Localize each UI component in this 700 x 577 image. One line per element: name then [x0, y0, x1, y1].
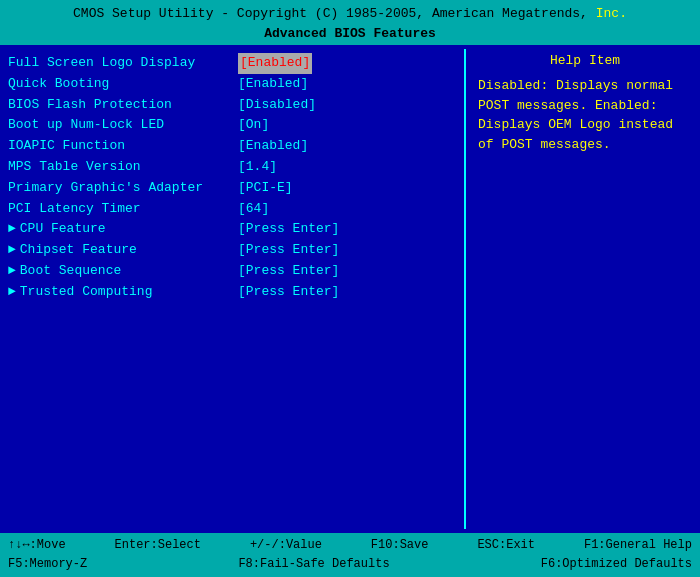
header: CMOS Setup Utility - Copyright (C) 1985-… — [0, 0, 700, 45]
setting-name-11: ►Trusted Computing — [8, 282, 238, 303]
setting-value-1: [Enabled] — [238, 74, 308, 95]
setting-name-0: Full Screen Logo Display — [8, 53, 238, 74]
setting-value-3: [On] — [238, 115, 269, 136]
setting-name-2: BIOS Flash Protection — [8, 95, 238, 116]
setting-value-6: [PCI-E] — [238, 178, 293, 199]
setting-name-10: ►Boot Sequence — [8, 261, 238, 282]
help-text: Disabled: Displays normal POST messages.… — [478, 76, 692, 154]
settings-panel: Full Screen Logo Display[Enabled]Quick B… — [0, 49, 460, 529]
footer-row2: F5:Memory-ZF8:Fail-Safe DefaultsF6:Optim… — [8, 555, 692, 574]
title-highlight: Inc. — [596, 6, 627, 21]
setting-name-3: Boot up Num-Lock LED — [8, 115, 238, 136]
setting-name-1: Quick Booting — [8, 74, 238, 95]
setting-value-0: [Enabled] — [238, 53, 312, 74]
divider — [464, 49, 466, 529]
setting-value-4: [Enabled] — [238, 136, 308, 157]
footer-row1: ↑↓↔:MoveEnter:Select+/-/:ValueF10:SaveES… — [8, 536, 692, 555]
setting-name-5: MPS Table Version — [8, 157, 238, 178]
setting-value-9: [Press Enter] — [238, 240, 339, 261]
setting-row-11[interactable]: ►Trusted Computing[Press Enter] — [8, 282, 452, 303]
setting-value-5: [1.4] — [238, 157, 277, 178]
footer-item-r1-2: +/-/:Value — [250, 536, 322, 555]
setting-row-5[interactable]: MPS Table Version[1.4] — [8, 157, 452, 178]
setting-value-11: [Press Enter] — [238, 282, 339, 303]
setting-row-7[interactable]: PCI Latency Timer[64] — [8, 199, 452, 220]
app: CMOS Setup Utility - Copyright (C) 1985-… — [0, 0, 700, 577]
setting-row-8[interactable]: ►CPU Feature[Press Enter] — [8, 219, 452, 240]
setting-row-0[interactable]: Full Screen Logo Display[Enabled] — [8, 53, 452, 74]
setting-value-8: [Press Enter] — [238, 219, 339, 240]
arrow-icon: ► — [8, 284, 16, 299]
setting-value-2: [Disabled] — [238, 95, 316, 116]
title-prefix: CMOS Setup Utility - Copyright (C) 1985-… — [73, 6, 588, 21]
help-panel: Help Item Disabled: Displays normal POST… — [470, 49, 700, 529]
setting-value-7: [64] — [238, 199, 269, 220]
setting-value-10: [Press Enter] — [238, 261, 339, 282]
setting-row-10[interactable]: ►Boot Sequence[Press Enter] — [8, 261, 452, 282]
setting-name-4: IOAPIC Function — [8, 136, 238, 157]
footer-item-r1-0: ↑↓↔:Move — [8, 536, 66, 555]
setting-name-8: ►CPU Feature — [8, 219, 238, 240]
arrow-icon: ► — [8, 263, 16, 278]
arrow-icon: ► — [8, 242, 16, 257]
setting-row-1[interactable]: Quick Booting[Enabled] — [8, 74, 452, 95]
footer-item-r2-2: F6:Optimized Defaults — [541, 555, 692, 574]
setting-row-2[interactable]: BIOS Flash Protection[Disabled] — [8, 95, 452, 116]
setting-row-9[interactable]: ►Chipset Feature[Press Enter] — [8, 240, 452, 261]
footer-item-r1-3: F10:Save — [371, 536, 429, 555]
title-line1: CMOS Setup Utility - Copyright (C) 1985-… — [0, 4, 700, 24]
footer: ↑↓↔:MoveEnter:Select+/-/:ValueF10:SaveES… — [0, 533, 700, 577]
help-title: Help Item — [478, 53, 692, 68]
setting-row-4[interactable]: IOAPIC Function[Enabled] — [8, 136, 452, 157]
footer-item-r2-0: F5:Memory-Z — [8, 555, 87, 574]
footer-item-r1-5: F1:General Help — [584, 536, 692, 555]
setting-name-9: ►Chipset Feature — [8, 240, 238, 261]
setting-row-6[interactable]: Primary Graphic's Adapter[PCI-E] — [8, 178, 452, 199]
setting-name-6: Primary Graphic's Adapter — [8, 178, 238, 199]
title-line2: Advanced BIOS Features — [0, 24, 700, 44]
footer-item-r1-4: ESC:Exit — [477, 536, 535, 555]
footer-item-r1-1: Enter:Select — [115, 536, 201, 555]
arrow-icon: ► — [8, 221, 16, 236]
footer-item-r2-1: F8:Fail-Safe Defaults — [238, 555, 389, 574]
main-content: Full Screen Logo Display[Enabled]Quick B… — [0, 45, 700, 533]
setting-row-3[interactable]: Boot up Num-Lock LED[On] — [8, 115, 452, 136]
setting-name-7: PCI Latency Timer — [8, 199, 238, 220]
